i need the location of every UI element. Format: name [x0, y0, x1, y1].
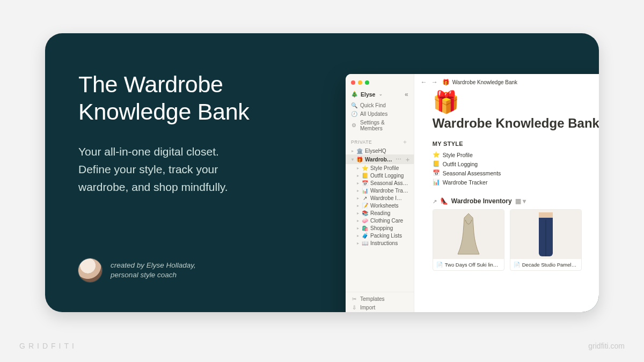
templates-button[interactable]: ✂Templates: [346, 294, 414, 303]
link-outfit-logging[interactable]: 📒Outfit Logging: [433, 159, 582, 168]
gallery-card[interactable]: 📄Decade Studio Pamela jeans i…: [510, 209, 582, 271]
back-button[interactable]: ←: [421, 78, 427, 86]
promo-card: The Wardrobe Knowledge Bank Your all-in-…: [45, 33, 599, 312]
open-link-icon: ↗: [433, 198, 437, 204]
sidebar-item-wardrobe-inventory[interactable]: ▸↗Wardrobe I…: [346, 194, 414, 202]
gallery-thumbnail: [433, 210, 504, 259]
view-switcher-icon[interactable]: ▦ ▾: [515, 197, 526, 205]
sidebar-item-seasonal[interactable]: ▸📅Seasonal Ass…: [346, 179, 414, 187]
notion-main: ← → 🎁 Wardrobe Knowledge Bank 🎁 Wardrobe…: [414, 74, 599, 312]
link-seasonal-assessments[interactable]: 📅Seasonal Assessments: [433, 168, 582, 178]
workspace-switcher[interactable]: 🎄 Elyse ⌄ «: [346, 89, 414, 101]
sidebar-item-outfit-logging[interactable]: ▸📒Outfit Logging: [346, 172, 414, 179]
document-icon: 📄: [436, 262, 443, 268]
workspace-name: Elyse: [361, 91, 375, 98]
trash-button[interactable]: 🗑Trash: [346, 312, 414, 312]
page-icon[interactable]: 🎁: [433, 91, 599, 113]
breadcrumb-icon: 🎁: [442, 79, 450, 86]
author-text: created by Elyse Holladay, personal styl…: [111, 261, 196, 280]
promo-title: The Wardrobe Knowledge Bank: [78, 71, 309, 125]
triangle-icon[interactable]: ▸: [351, 149, 354, 153]
watermark-url: gridfiti.com: [588, 342, 625, 350]
notion-window: 🎄 Elyse ⌄ « 🔍 Quick Find 🕘 All Updates ⚙…: [346, 74, 599, 312]
link-wardrobe-tracker[interactable]: 📊Wardrobe Tracker: [433, 178, 582, 187]
forward-button[interactable]: →: [431, 78, 438, 86]
notion-sidebar: 🎄 Elyse ⌄ « 🔍 Quick Find 🕘 All Updates ⚙…: [346, 74, 414, 312]
author-avatar: [78, 258, 102, 282]
page-title[interactable]: Wardrobe Knowledge Bank: [433, 116, 599, 131]
close-icon[interactable]: [351, 80, 355, 85]
promo-subtitle: Your all-in-one digital closet. Define y…: [78, 143, 309, 196]
svg-rect-1: [539, 212, 553, 218]
sidebar-item-shopping[interactable]: ▸🛍️Shopping: [346, 224, 414, 232]
template-icon: ✂: [351, 296, 357, 302]
import-button[interactable]: ⇩Import: [346, 303, 414, 312]
add-page-icon[interactable]: ＋: [402, 138, 408, 146]
all-updates-button[interactable]: 🕘 All Updates: [346, 109, 414, 118]
more-icon[interactable]: ⋯: [394, 156, 401, 163]
add-subpage-icon[interactable]: ＋: [404, 156, 411, 164]
column-my-style: MY STYLE ⭐Style Profile 📒Outfit Logging …: [433, 141, 582, 271]
open-sidebar-icon[interactable]: «: [405, 91, 408, 98]
sidebar-item-clothing-care[interactable]: ▸🧼Clothing Care: [346, 217, 414, 224]
clock-icon: 🕘: [351, 111, 357, 117]
gallery-card[interactable]: 📄Two Days Off Suki linen dress …: [433, 209, 504, 271]
maximize-icon[interactable]: [365, 80, 369, 85]
page-emoji-icon: 🏛️: [356, 148, 363, 154]
watermark-brand: GRIDFITI: [19, 342, 77, 350]
sidebar-item-style-profile[interactable]: ▸⭐Style Profile: [346, 164, 414, 172]
sidebar-item-instructions[interactable]: ▸📖Instructions: [346, 239, 414, 247]
author-block: created by Elyse Holladay, personal styl…: [78, 258, 196, 282]
heel-icon: 👠: [440, 197, 448, 205]
section-heading-my-style: MY STYLE: [433, 141, 582, 147]
import-icon: ⇩: [351, 305, 357, 311]
page-emoji-icon: 🎁: [356, 157, 363, 162]
triangle-icon[interactable]: ▾: [351, 157, 354, 162]
sidebar-item-reading[interactable]: ▸📚Reading: [346, 209, 414, 217]
settings-button[interactable]: ⚙ Settings & Members: [346, 118, 414, 132]
sidebar-section-private: PRIVATE ＋: [346, 132, 414, 147]
sidebar-item-worksheets[interactable]: ▸📝Worksheets: [346, 202, 414, 209]
breadcrumb[interactable]: 🎁 Wardrobe Knowledge Bank: [442, 79, 517, 86]
document-icon: 📄: [514, 262, 520, 268]
sidebar-item-wardrobe-tracker[interactable]: ▸📊Wardrobe Tra…: [346, 187, 414, 194]
gallery-thumbnail: [510, 210, 581, 259]
search-icon: 🔍: [351, 102, 357, 108]
window-traffic-lights: [346, 77, 414, 89]
sidebar-item-elysehq[interactable]: ▸ 🏛️ ElyseHQ: [346, 147, 414, 154]
notion-page: 🎁 Wardrobe Knowledge Bank MY STYLE ⭐Styl…: [414, 88, 599, 271]
inventory-gallery: 📄Two Days Off Suki linen dress …: [433, 209, 582, 271]
sidebar-item-wardrobe[interactable]: ▾ 🎁 Wardrob… ⋯ ＋: [346, 154, 414, 164]
minimize-icon[interactable]: [358, 80, 362, 85]
promo-copy: The Wardrobe Knowledge Bank Your all-in-…: [78, 71, 309, 196]
workspace-icon: 🎄: [351, 91, 358, 98]
gear-icon: ⚙: [351, 122, 357, 128]
notion-topbar: ← → 🎁 Wardrobe Knowledge Bank: [414, 74, 599, 88]
inventory-heading[interactable]: ↗ 👠 Wardrobe Inventory ▦ ▾: [433, 197, 582, 205]
quick-find-button[interactable]: 🔍 Quick Find: [346, 101, 414, 109]
chevron-down-icon: ⌄: [379, 92, 383, 97]
sidebar-item-packing-lists[interactable]: ▸🧳Packing Lists: [346, 232, 414, 239]
link-style-profile[interactable]: ⭐Style Profile: [433, 150, 582, 159]
